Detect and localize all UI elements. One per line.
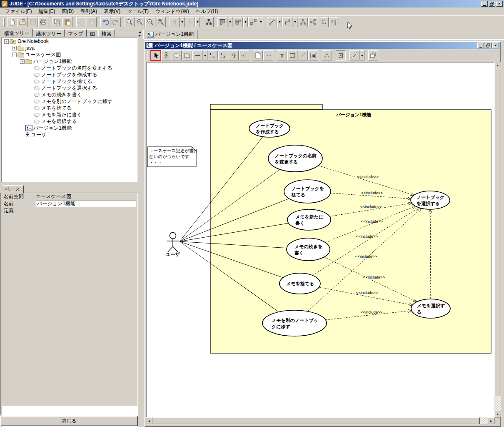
open-file-button[interactable] [17,17,27,27]
tree-row[interactable]: ノートブックの名前を変更する [2,65,137,71]
restore-button[interactable] [489,1,495,7]
tree-row[interactable]: -バージョン1機能 [2,58,137,65]
package-tool-button[interactable] [182,50,192,60]
note-anchor-tool-button[interactable] [263,50,273,60]
package-version1[interactable]: バージョン1機能 [210,104,491,353]
align-horizontal-dropdown[interactable]: ▼ [243,17,248,27]
line-straight-dropdown[interactable]: ▼ [277,17,282,27]
actor-tool-button[interactable] [161,50,171,60]
menu-item-6[interactable]: ウィンドウ(W) [152,7,192,16]
horizontal-scrollbar-thumb[interactable] [152,417,480,424]
redo-button[interactable] [111,17,121,27]
align-vertical-button[interactable] [217,17,227,27]
scroll-up-button[interactable]: ▲ [494,62,501,68]
tree-vertical-button[interactable] [298,17,308,27]
usecase-node[interactable]: ノートブックを選択する [411,191,450,209]
tree-horizontal-button[interactable] [308,17,318,27]
minimize-button[interactable] [481,1,488,7]
align-distribute-dropdown[interactable]: ▼ [259,17,263,27]
paste-button[interactable] [62,17,72,27]
expander-minus-icon[interactable]: - [4,39,9,44]
tree-row[interactable]: ユーザ [2,131,137,138]
usecase-node[interactable]: ノートブックの名前を変更する [268,145,322,172]
association-tool-button[interactable] [192,50,202,60]
expander-minus-icon[interactable]: - [20,59,25,64]
extend-tool-button[interactable]: E [208,50,218,60]
splitter-collapse-right-icon[interactable]: ► [138,34,142,38]
close-window-button[interactable]: × [492,43,499,48]
diagram-window-titlebar[interactable]: バージョン1機能 / ユースケース図 × [145,42,500,49]
note[interactable]: ユースケース記述が書けないのがつらいです・・・ [147,147,198,167]
note-tool-button[interactable] [253,50,263,60]
usecase-node[interactable]: メモの続きを書く [287,238,330,261]
dependency-tool-button[interactable] [239,50,249,60]
grid-tool-button[interactable] [336,50,346,60]
tree-row[interactable]: ノートブックを選択する [2,85,137,91]
tree-row[interactable]: -POre Notebook [2,38,137,45]
copy-diagram-button[interactable] [76,17,86,27]
expander-plus-icon[interactable]: + [12,46,17,50]
association-tool-dropdown[interactable]: ▼ [203,50,207,60]
new-file-button[interactable] [7,17,17,27]
order-horizontal-button[interactable] [329,17,339,27]
tab-1[interactable]: 継承ツリー [33,29,65,37]
rect-tool-button[interactable] [287,50,297,60]
frame-tool-button[interactable] [322,50,332,60]
scroll-down-button[interactable]: ▼ [494,411,501,417]
line-style-tool-button[interactable] [349,50,359,60]
send-back-tool-button[interactable] [368,50,378,60]
diagram-map-button[interactable] [204,17,214,27]
line-straight-button[interactable] [267,17,277,27]
tree-row[interactable]: バージョン1機能 [2,125,137,131]
undo-button[interactable] [100,17,110,27]
usecase-node[interactable]: ノートブックを作成する [249,120,290,137]
zoom-out-button[interactable] [145,17,155,27]
zoom-actual-button[interactable] [125,17,135,27]
usecase-node[interactable]: メモを捨てる [279,273,320,294]
nav-back-button[interactable] [170,17,180,27]
generalization-tool-button[interactable] [229,50,239,60]
zoom-fit-button[interactable] [156,17,166,27]
usecase-node[interactable]: ノートブックを捨てる [284,180,331,203]
tab-version1-diagram[interactable]: バージョン1機能 [143,30,197,39]
toolbar-grip[interactable] [147,51,148,60]
minimize-button[interactable] [477,43,484,48]
align-vertical-dropdown[interactable]: ▼ [228,17,232,27]
vertical-splitter[interactable]: ◄ ► [138,28,144,427]
tab-0[interactable]: 構造ツリー [1,29,33,37]
close-button[interactable]: 閉じる [0,416,138,426]
include-tool-button[interactable]: I [218,50,228,60]
usecase-node[interactable]: メモを選択する [411,299,450,318]
restore-button[interactable] [485,43,492,48]
line-elbow-dropdown[interactable]: ▼ [293,17,297,27]
tree-row[interactable]: -ユースケース図 [2,51,137,58]
name-input[interactable] [36,201,136,207]
zoom-in-button[interactable] [135,17,145,27]
paste-diagram-button[interactable] [87,17,97,27]
scroll-right-button[interactable]: ► [488,417,494,424]
line-style-tool-dropdown[interactable]: ▼ [360,50,364,60]
select-tool-button[interactable] [151,50,161,60]
line-tool-button[interactable] [298,50,308,60]
tab-4[interactable]: 検索 [98,29,115,37]
toolbar-grip[interactable] [3,18,5,27]
menu-item-7[interactable]: ヘルプ(H) [192,7,222,16]
tree-row[interactable]: メモを新たに書く [2,111,137,118]
text-tool-button[interactable]: T [277,50,287,60]
image-tool-button[interactable] [308,50,318,60]
tree-row[interactable]: メモの続きを書く [2,91,137,98]
scroll-left-button[interactable]: ◄ [146,417,152,424]
order-vertical-button[interactable] [319,17,329,27]
nav-forward-dropdown[interactable]: ▼ [195,17,200,27]
tree-row[interactable]: メモを別のノートブックに移す [2,98,137,105]
tab-base[interactable]: ベース [2,185,24,193]
nav-forward-button[interactable] [185,17,195,27]
vertical-scrollbar-thumb[interactable] [494,68,501,396]
nav-back-dropdown[interactable]: ▼ [180,17,185,27]
menu-item-2[interactable]: 図(D) [58,7,77,16]
menu-item-1[interactable]: 編集(E) [35,7,58,16]
save-file-button[interactable] [28,17,38,27]
expander-minus-icon[interactable]: - [12,53,17,57]
tree-row[interactable]: メモを選択する [2,118,137,125]
line-elbow-button[interactable] [282,17,292,27]
